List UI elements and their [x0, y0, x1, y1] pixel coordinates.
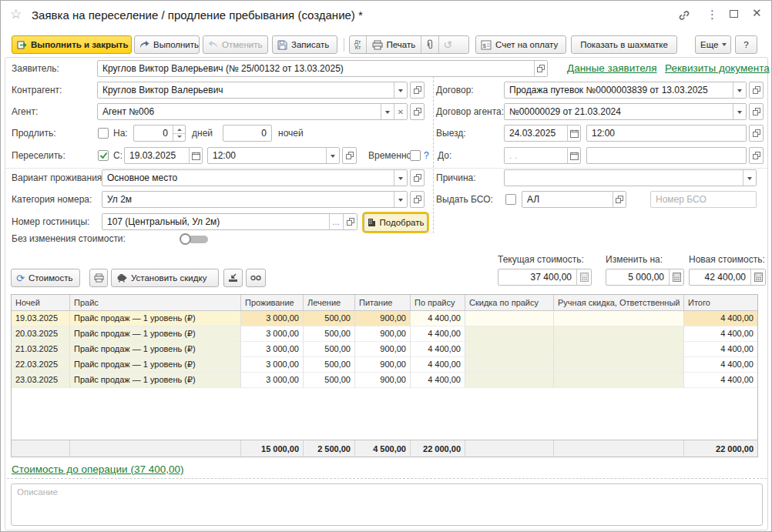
more-button[interactable]: Еще: [695, 35, 731, 54]
change-cost-field[interactable]: 5 000,00: [606, 269, 684, 286]
execute-button[interactable]: Выполнить: [134, 35, 200, 54]
open-icon[interactable]: [613, 192, 626, 207]
recalc-cost-button[interactable]: ⟳ Стоимость: [11, 269, 80, 287]
invoice-button[interactable]: $ Счет на оплату: [475, 35, 566, 54]
relocate-open-button[interactable]: [342, 147, 357, 164]
table-cell[interactable]: 900,00: [355, 373, 411, 388]
agent-open-button[interactable]: [410, 103, 425, 120]
dropdown-icon[interactable]: [381, 104, 394, 119]
table-row[interactable]: 23.03.2025Прайс продаж — 1 уровень (₽)3 …: [12, 373, 757, 388]
calendar-icon[interactable]: [567, 148, 580, 163]
departure-date-field[interactable]: 24.03.2025: [504, 125, 581, 142]
column-header[interactable]: Ручная скидка, Ответственный: [554, 295, 684, 310]
table-cell[interactable]: Прайс продаж — 1 уровень (₽): [70, 342, 241, 357]
dropdown-icon[interactable]: [394, 82, 407, 98]
dropdown-icon[interactable]: [733, 104, 746, 119]
copy-link-icon[interactable]: [677, 8, 691, 25]
counterparty-field[interactable]: Круглов Виктор Валерьевич: [97, 82, 408, 99]
calendar-icon[interactable]: [567, 125, 580, 141]
table-cell[interactable]: 3 000,00: [241, 373, 304, 388]
document-details-link[interactable]: Реквизиты документа: [665, 62, 770, 74]
room-category-field[interactable]: Ул 2м: [102, 191, 408, 208]
cost-before-link[interactable]: Стоимость до операции (37 400,00): [12, 463, 183, 475]
table-cell[interactable]: 900,00: [355, 326, 411, 342]
table-cell[interactable]: Прайс продаж — 1 уровень (₽): [70, 326, 241, 342]
favorite-star-icon[interactable]: ☆: [10, 6, 22, 22]
dropdown-icon[interactable]: [394, 192, 407, 207]
column-header[interactable]: Прайс: [70, 295, 241, 310]
description-textarea[interactable]: Описание: [11, 483, 763, 526]
table-cell[interactable]: 4 400,00: [411, 326, 465, 342]
table-cell[interactable]: 3 000,00: [241, 342, 304, 357]
applicant-data-link[interactable]: Данные заявителя: [567, 62, 657, 74]
save-button[interactable]: Записать: [272, 35, 337, 54]
dropdown-icon[interactable]: [733, 82, 746, 98]
prolong-checkbox[interactable]: [98, 128, 109, 139]
until-open-button[interactable]: [749, 147, 764, 164]
table-cell[interactable]: [554, 311, 684, 326]
prolong-nights-field[interactable]: 0: [223, 125, 272, 142]
open-icon[interactable]: [534, 61, 547, 76]
table-cell[interactable]: 500,00: [304, 342, 355, 357]
print-button[interactable]: Печать: [366, 36, 421, 53]
until-time-field[interactable]: [586, 147, 747, 164]
set-discount-button[interactable]: Установить скидку: [111, 269, 219, 287]
bso-number-field[interactable]: Номер БСО: [650, 191, 757, 208]
table-cell[interactable]: 900,00: [355, 311, 411, 326]
ellipsis-icon[interactable]: …: [329, 214, 343, 229]
linked-docs-button[interactable]: [246, 269, 266, 287]
clear-icon[interactable]: ✕: [394, 104, 407, 119]
column-header[interactable]: Итого: [684, 295, 757, 310]
table-cell[interactable]: 4 400,00: [411, 342, 465, 357]
table-cell[interactable]: 4 400,00: [411, 357, 465, 373]
column-header[interactable]: Проживание: [241, 295, 304, 310]
open-icon[interactable]: [343, 214, 357, 229]
contract-open-button[interactable]: [749, 82, 764, 99]
column-header[interactable]: Ночей: [12, 295, 70, 310]
table-cell[interactable]: 500,00: [304, 326, 355, 342]
table-cell[interactable]: 23.03.2025: [12, 373, 70, 388]
no-cost-change-toggle[interactable]: [180, 233, 209, 246]
dropdown-icon[interactable]: [326, 148, 339, 163]
temporary-checkbox[interactable]: [410, 150, 421, 161]
new-cost-field[interactable]: 42 400,00: [689, 269, 766, 286]
agent-contract-open-button[interactable]: [749, 103, 764, 120]
departure-time-field[interactable]: 12:00: [586, 125, 747, 142]
table-cell[interactable]: [465, 357, 554, 373]
table-cell[interactable]: 22.03.2025: [12, 357, 70, 373]
dt-kt-button[interactable]: Дт Кт: [350, 36, 366, 53]
dropdown-icon[interactable]: [394, 170, 407, 186]
table-row[interactable]: 19.03.2025Прайс продаж — 1 уровень (₽)3 …: [12, 311, 757, 326]
maximize-icon[interactable]: [730, 10, 738, 18]
table-cell[interactable]: 4 400,00: [684, 373, 757, 388]
history-button[interactable]: ↺: [438, 36, 456, 53]
table-cell[interactable]: [465, 373, 554, 388]
hotel-room-field[interactable]: 107 (Центральный, Ул 2м) …: [102, 213, 357, 230]
room-category-open-button[interactable]: [410, 191, 425, 208]
table-row[interactable]: 22.03.2025Прайс продаж — 1 уровень (₽)3 …: [12, 357, 757, 373]
show-chessboard-button[interactable]: Показать в шахматке: [571, 35, 677, 54]
calculator-icon[interactable]: [576, 269, 591, 285]
table-cell[interactable]: 4 400,00: [684, 357, 757, 373]
table-cell[interactable]: 21.03.2025: [12, 342, 70, 357]
print-cost-button[interactable]: [89, 269, 108, 287]
table-cell[interactable]: [554, 373, 684, 388]
table-row[interactable]: 21.03.2025Прайс продаж — 1 уровень (₽)3 …: [12, 342, 757, 357]
accommodation-field[interactable]: Основное место: [102, 169, 408, 186]
prolong-days-field[interactable]: 0: [133, 125, 186, 142]
calculator-icon[interactable]: [750, 269, 765, 285]
table-cell[interactable]: Прайс продаж — 1 уровень (₽): [70, 357, 241, 373]
load-button[interactable]: [223, 269, 243, 287]
table-row[interactable]: 20.03.2025Прайс продаж — 1 уровень (₽)3 …: [12, 326, 757, 342]
table-cell[interactable]: 900,00: [355, 357, 411, 373]
relocate-date-field[interactable]: 19.03.2025: [124, 147, 203, 164]
column-header[interactable]: По прайсу: [411, 295, 465, 310]
execute-and-close-button[interactable]: Выполнить и закрыть: [12, 35, 132, 54]
menu-kebab-icon[interactable]: ⋮: [707, 8, 718, 22]
table-cell[interactable]: 4 400,00: [684, 342, 757, 357]
table-cell[interactable]: 20.03.2025: [12, 326, 70, 342]
contract-field[interactable]: Продажа путевок №0000003839 от 13.03.202…: [504, 82, 747, 99]
table-cell[interactable]: 500,00: [304, 357, 355, 373]
until-date-field[interactable]: . .: [504, 147, 581, 164]
spinner[interactable]: [173, 125, 185, 141]
